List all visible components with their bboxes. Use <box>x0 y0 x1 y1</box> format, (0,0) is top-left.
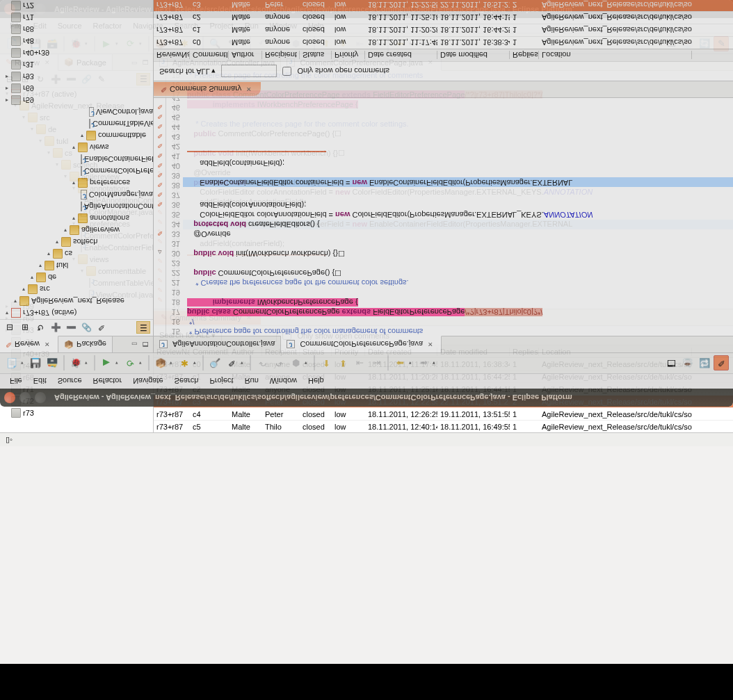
tree-node-views[interactable]: ▾views <box>0 142 153 154</box>
tree-file[interactable]: AgileAnnotationController.java <box>0 201 153 213</box>
menu-navigate[interactable]: Navigate <box>127 375 168 388</box>
new-icon[interactable]: 📄 <box>4 356 19 371</box>
tree-node-review[interactable]: r71 <box>0 12 153 24</box>
filter-icon[interactable]: ☰ <box>136 322 150 334</box>
tree-node-review[interactable]: r48 <box>0 35 153 47</box>
menu-file[interactable]: File <box>4 375 28 388</box>
tree-node-project[interactable]: ▾AgileReview_next_Release <box>0 295 153 307</box>
run-last-icon[interactable]: ⟳ <box>122 356 138 371</box>
tree-node-softech[interactable]: ▾softech <box>0 236 153 248</box>
prev-edit-icon[interactable]: ⇤ <box>352 356 367 371</box>
tree-file[interactable]: ColorManager.java <box>0 189 153 201</box>
remove-review-icon[interactable]: ➖ <box>64 322 78 334</box>
tree-node-commenttable[interactable]: ▾commenttable <box>0 130 153 142</box>
new-package-icon[interactable]: 📦 <box>153 356 168 371</box>
forward-icon[interactable]: ↷ <box>271 356 287 371</box>
column-header[interactable]: Location <box>539 51 692 60</box>
menu-refactor[interactable]: Refactor <box>88 375 128 388</box>
tree-file[interactable]: CommentColorPreferencePage.java <box>0 165 153 177</box>
tree-file[interactable]: CommentTableView.java <box>0 118 153 130</box>
tree-node-review[interactable]: r31 <box>0 59 153 71</box>
menu-run[interactable]: Run <box>239 375 264 388</box>
comments-summary-tab[interactable]: ✎Comments Summary✕ <box>154 83 261 97</box>
agilereview-perspective-icon[interactable]: ✎ <box>714 356 729 371</box>
tree-node-preferences[interactable]: ▾preferences <box>0 177 153 189</box>
tree-node-review[interactable]: r72 <box>0 0 153 12</box>
link-icon[interactable]: 🔗 <box>79 322 93 334</box>
close-window-button[interactable] <box>4 392 15 403</box>
menu-help[interactable]: Help <box>303 375 330 388</box>
team-sync-perspective-icon[interactable]: 🔄 <box>697 356 712 371</box>
menu-window[interactable]: Window <box>264 375 303 388</box>
tree-node-cs[interactable]: ▾cs <box>0 248 153 260</box>
back-icon[interactable]: ↶ <box>255 356 270 371</box>
maximize-window-button[interactable] <box>35 392 46 403</box>
tree-node-review[interactable]: r73 <box>0 407 153 418</box>
column-header[interactable]: Replies <box>510 51 539 60</box>
tree-node-agilereview[interactable]: ▾agilereview <box>0 225 153 236</box>
editor-tab[interactable]: AgileAnnotationController.java <box>154 336 281 352</box>
save-icon[interactable]: 💾 <box>28 356 43 371</box>
minimize-window-button[interactable] <box>19 392 31 403</box>
column-header[interactable]: Status <box>300 51 332 60</box>
history-forward-icon[interactable]: ➡ <box>416 356 431 371</box>
column-header[interactable]: Priority <box>332 51 365 60</box>
column-header[interactable]: ReviewNa <box>154 51 190 60</box>
tree-node-review[interactable]: r40+r39 <box>0 47 153 59</box>
table-row[interactable]: r73+r87c4MaltePeterclosedlow18.11.2011, … <box>154 408 733 421</box>
tree-node-review[interactable]: ▸r93 <box>0 71 153 83</box>
search-input[interactable] <box>221 65 277 78</box>
close-tab-icon[interactable]: ✕ <box>426 340 435 350</box>
tree-node-review[interactable]: ▸r69 <box>0 83 153 95</box>
menu-project[interactable]: Project <box>204 375 239 388</box>
fastview-icon[interactable]: ▯◦ <box>6 435 13 444</box>
table-row[interactable]: r73+r87c5MalteThiloclosedlow18.11.2011, … <box>154 421 733 432</box>
mark-icon[interactable]: ✎ <box>224 356 239 371</box>
menu-edit[interactable]: Edit <box>28 375 52 388</box>
column-header[interactable]: Date modified <box>437 51 510 60</box>
package-view-tab[interactable]: 📦Package <box>58 336 113 352</box>
prev-annotation-icon[interactable]: ⬆ <box>319 356 334 371</box>
maximize-view-icon[interactable]: 🗖 <box>140 340 150 350</box>
expand-all-icon[interactable]: ⊞ <box>18 322 32 334</box>
tree-node-src[interactable]: ▾src <box>0 284 153 295</box>
next-annotation-icon[interactable]: ⬇ <box>335 356 351 371</box>
open-perspective-icon[interactable]: 🗔 <box>663 356 679 371</box>
column-header[interactable]: Date created <box>365 51 437 60</box>
column-header[interactable]: Author <box>229 51 262 60</box>
table-row[interactable]: r73+r87c2Malteanyoneclosedlow18.11.2011,… <box>154 11 733 24</box>
java-perspective-icon[interactable]: ☕ <box>680 356 695 371</box>
save-all-icon[interactable]: 🗃️ <box>45 356 60 371</box>
close-tab-icon[interactable]: ✕ <box>42 340 52 350</box>
edit-icon[interactable]: ✎ <box>95 322 108 334</box>
review-tree[interactable]: ▾r73+r87 (active) ▾AgileReview_next_Rele… <box>0 0 153 319</box>
next-edit-icon[interactable]: ⇥ <box>369 356 384 371</box>
table-row[interactable]: r73+r87c1Malteanyoneclosedlow18.11.2011,… <box>154 24 733 36</box>
review-view-tab[interactable]: ✎Review✕ <box>0 336 58 352</box>
history-back-icon[interactable]: ⬅ <box>392 356 408 371</box>
collapse-all-icon[interactable]: ⊟ <box>3 322 17 334</box>
column-header[interactable]: CommentID <box>190 51 229 60</box>
debug-icon[interactable]: 🐞 <box>68 356 83 371</box>
nav-icon[interactable]: ⬢ <box>288 356 303 371</box>
menu-search[interactable]: Search <box>169 375 204 388</box>
table-row[interactable]: r73+r87c0Malteanyoneclosedlow18.11.2011,… <box>154 36 733 49</box>
code-editor[interactable]: ▵✎✎✎✎✎✎✎✎✎✎✎✎ 15161718192122233031333435… <box>154 98 733 336</box>
search-icon[interactable]: 🔍 <box>207 356 223 371</box>
tree-file[interactable]: EnableContainerFieldEditor.java <box>0 154 153 165</box>
column-header[interactable]: Recipient <box>262 51 300 60</box>
tree-node-active-review[interactable]: ▾r73+r87 (active) <box>0 307 153 319</box>
tree-node-review[interactable]: r68 <box>0 24 153 35</box>
tree-node-review[interactable]: ▸r59 <box>0 95 153 106</box>
refresh-icon[interactable]: ↻ <box>33 322 47 334</box>
search-label[interactable]: Search for ALL ▾ <box>159 67 216 76</box>
tree-node-tukl[interactable]: ▾tukl <box>0 260 153 272</box>
minimize-view-icon[interactable]: ▭ <box>129 340 139 350</box>
only-open-checkbox[interactable] <box>282 67 291 76</box>
tree-node-de[interactable]: ▾de <box>0 272 153 284</box>
tree-file[interactable]: ViewControl.java <box>0 106 153 118</box>
open-type-icon[interactable]: ✱ <box>177 356 192 371</box>
run-icon[interactable]: ▶ <box>99 356 114 371</box>
close-tab-icon[interactable]: ✕ <box>244 85 254 95</box>
add-review-icon[interactable]: ➕ <box>49 322 63 334</box>
